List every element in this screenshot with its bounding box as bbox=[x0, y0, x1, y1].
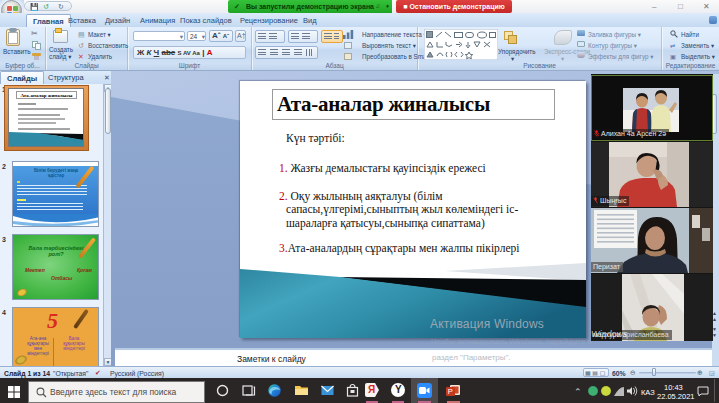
svg-text:P: P bbox=[448, 387, 453, 396]
